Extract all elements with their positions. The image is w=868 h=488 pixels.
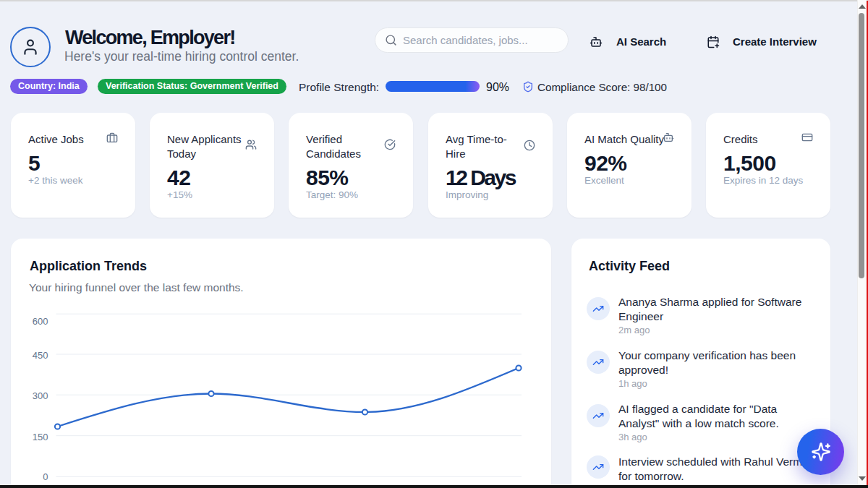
svg-text:300: 300 <box>33 390 48 401</box>
svg-text:600: 600 <box>33 316 48 327</box>
svg-text:450: 450 <box>33 350 48 361</box>
svg-text:150: 150 <box>33 432 48 442</box>
svg-text:0: 0 <box>43 471 48 482</box>
